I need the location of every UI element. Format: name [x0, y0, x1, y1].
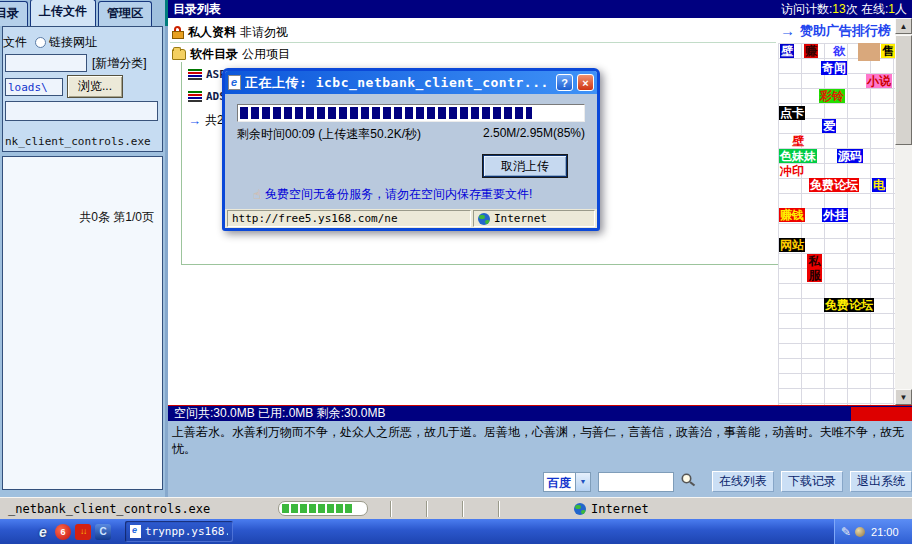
dialog-titlebar[interactable]: 正在上传: icbc_netbank_client_contr... ? × [225, 71, 597, 94]
ad-link[interactable]: 冲印 [779, 164, 805, 178]
help-button[interactable]: ? [556, 74, 573, 91]
ad-sidebar-header: → 赞助广告排行榜 [778, 18, 895, 43]
tab-admin-area[interactable]: 管理区 [98, 1, 152, 26]
motto-text: 上善若水。水善利万物而不争，处众人之所恶，故几于道。居善地，心善渊，与善仁，言善… [168, 421, 912, 458]
books-icon [188, 69, 202, 81]
description-input[interactable] [5, 101, 158, 121]
dialog-url: http://free5.ys168.com/ne [227, 210, 471, 227]
category-input[interactable] [5, 54, 87, 72]
tab-directory[interactable]: 目录 [0, 1, 28, 26]
volume-tray-icon[interactable] [855, 527, 865, 537]
ad-link[interactable]: 点卡 [779, 106, 805, 120]
scroll-up-button[interactable]: ▲ [895, 18, 912, 34]
quick-launch: e 6 ↓↓ C [35, 524, 111, 540]
dir-note: 公用项目 [242, 46, 290, 63]
storage-red-indicator [851, 407, 912, 422]
arrow-icon: → [780, 22, 795, 39]
ad-link[interactable]: 色妹妹 [779, 149, 817, 163]
scroll-down-button[interactable]: ▼ [895, 389, 912, 405]
dir-subitem-ads[interactable]: ADS [188, 90, 226, 103]
tree-line-horizontal [181, 264, 778, 265]
new-category-link[interactable]: [新增分类] [92, 55, 147, 72]
lock-icon [172, 26, 184, 39]
dir-note: 非请勿视 [240, 24, 288, 41]
ad-link[interactable]: 小说 [866, 74, 892, 88]
ad-thumbnail[interactable] [858, 41, 880, 61]
dir-item-software[interactable]: 软件目录 公用项目 [172, 46, 290, 63]
pen-tray-icon[interactable]: ✎ [841, 525, 851, 539]
ad-link[interactable]: 免费论坛 [824, 298, 874, 312]
ie-icon[interactable]: e [35, 524, 51, 540]
link-url-radio[interactable] [35, 37, 46, 48]
selected-filename: nk_client_controls.exe [5, 135, 160, 148]
ad-link[interactable]: 赚 [804, 44, 818, 58]
link-url-radio-label: 链接网址 [49, 34, 97, 51]
books-icon [188, 91, 202, 103]
dir-count-label: 共2 [205, 112, 224, 129]
upload-form-panel: 文件 链接网址 [新增分类] loads\ 浏览... nk_client_co… [2, 26, 163, 152]
dir-name: 私人资料 [188, 24, 236, 41]
statusbar-zone-label: Internet [591, 502, 649, 516]
sidebar-scrollbar[interactable]: ▲ ▼ [895, 18, 912, 405]
taskbar-task-button[interactable]: trynpp.ys168.com... [125, 521, 233, 542]
close-icon[interactable]: × [577, 74, 594, 91]
ad-link[interactable]: 欲 [832, 44, 846, 58]
online-list-button[interactable]: 在线列表 [712, 471, 774, 492]
statusbar-dividers [390, 501, 534, 517]
scrollbar-thumb[interactable] [895, 35, 912, 145]
ad-link[interactable]: 爱 [822, 119, 836, 133]
visit-count: 13 [832, 2, 845, 16]
search-engine-select[interactable]: 百度 ▼ [543, 472, 591, 492]
bottom-toolbar: 百度 ▼ 在线列表 下载记录 退出系统 [168, 471, 912, 492]
ad-link[interactable]: 售 [881, 44, 895, 58]
ad-link[interactable]: 壁 [780, 44, 794, 58]
task-button-label: trynpp.ys168.com... [145, 525, 228, 538]
storage-quota-bar: 空间共:30.0MB 已用:.0MB 剩余:30.0MB [168, 405, 912, 421]
statusbar-filename: _netbank_client_controls.exe [0, 502, 278, 516]
ad-sidebar: → 赞助广告排行榜 壁赚欲售奇闻小说彩铃点卡爱壁色妹妹源码冲印免费论坛电赚钱外挂… [778, 18, 895, 405]
dir-item-private[interactable]: 私人资料 非请勿视 [172, 24, 288, 41]
dir-count-row: → 共2 [188, 112, 224, 129]
tree-line-vertical [181, 62, 182, 264]
online-unit: 人 [895, 2, 907, 16]
upload-progress-fill [238, 105, 532, 121]
ad-header-label: 赞助广告排行榜 [800, 22, 891, 40]
status-progress [278, 501, 368, 516]
ad-link[interactable]: 彩铃 [819, 89, 845, 103]
system-tray: ✎ 21:00 [834, 519, 912, 544]
dir-name: 软件目录 [190, 46, 238, 63]
chevron-down-icon[interactable]: ▼ [575, 473, 590, 491]
flashget-icon[interactable]: ↓↓ [75, 524, 91, 540]
tab-bar: 目录 上传文件 管理区 [0, 2, 154, 26]
browser-red-icon[interactable]: 6 [55, 524, 71, 540]
dir-subitem-asp[interactable]: ASP [188, 68, 226, 81]
search-input[interactable] [598, 472, 674, 492]
ad-link[interactable]: 电 [872, 178, 886, 192]
ad-link[interactable]: 外挂 [822, 208, 848, 222]
left-panel: 目录 上传文件 管理区 文件 链接网址 [新增分类] loads\ 浏览... … [0, 0, 165, 497]
browse-button[interactable]: 浏览... [67, 75, 123, 98]
logout-button[interactable]: 退出系统 [850, 471, 912, 492]
ad-link[interactable]: 网站 [779, 238, 805, 252]
download-log-button[interactable]: 下载记录 [781, 471, 843, 492]
ad-link[interactable]: 壁 [791, 134, 805, 148]
ad-link[interactable]: 私服 [807, 254, 822, 282]
arrow-icon: → [188, 113, 201, 128]
search-engine-value: 百度 [544, 473, 575, 491]
bottom-band: 上善若水。水善利万物而不争，处众人之所恶，故几于道。居善地，心善渊，与善仁，言善… [168, 421, 912, 497]
file-path-field[interactable]: loads\ [5, 78, 63, 96]
browser-statusbar: _netbank_client_controls.exe Internet [0, 497, 912, 519]
tab-upload-file[interactable]: 上传文件 [30, 0, 96, 26]
cancel-upload-button[interactable]: 取消上传 [483, 155, 567, 177]
browser-blue-icon[interactable]: C [95, 524, 111, 540]
pointing-hand-icon: ☝ [253, 187, 261, 202]
ad-link[interactable]: 赚钱 [779, 208, 805, 222]
dialog-zone-label: Internet [494, 212, 547, 225]
ad-link[interactable]: 免费论坛 [809, 178, 859, 192]
ad-link[interactable]: 奇闻 [821, 61, 847, 75]
search-magnifier-icon[interactable] [680, 472, 696, 491]
visit-unit: 次 [846, 2, 858, 16]
ad-link[interactable]: 源码 [837, 149, 863, 163]
upload-file-radio-label: 文件 [3, 34, 27, 51]
pagination-text: 共0条 第1/0页 [79, 209, 154, 226]
